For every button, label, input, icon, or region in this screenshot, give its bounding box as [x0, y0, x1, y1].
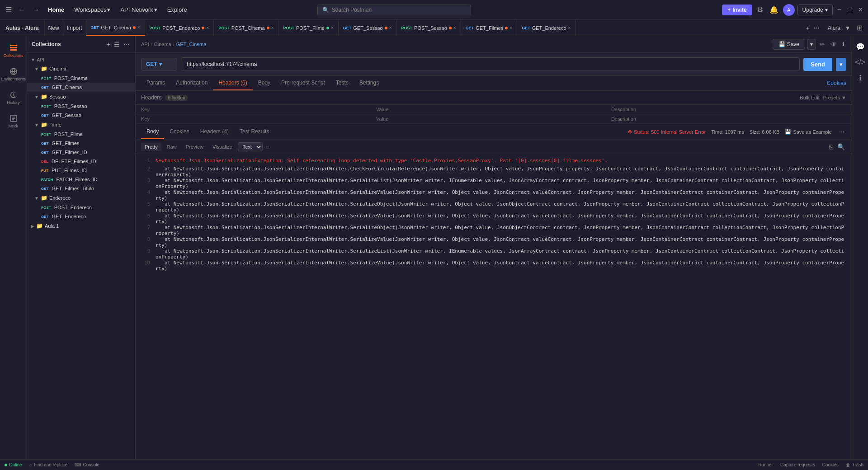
edit-button[interactable]: ✏ [818, 39, 827, 50]
right-panel-comments[interactable]: 💬 [853, 40, 868, 54]
new-button[interactable]: New [45, 20, 63, 36]
request-post-endereco[interactable]: POST POST_Endereco [27, 203, 135, 212]
sidebar-item-environments[interactable]: Environments [2, 63, 25, 85]
runner[interactable]: Runner [758, 462, 773, 467]
tab-get-sessao[interactable]: GET GET_Sessao × [339, 20, 397, 36]
layout-toggle[interactable]: ⊞ [855, 22, 864, 34]
import-button[interactable]: Import [63, 20, 86, 36]
request-patch-filmes-id[interactable]: PATCH PATCH_Filmes_ID [27, 175, 135, 184]
request-delete-filmes-id[interactable]: DEL DELETE_Filmes_ID [27, 157, 135, 166]
minimize-button[interactable]: − [835, 4, 843, 16]
request-post-cinema[interactable]: POST POST_Cinema [27, 74, 135, 83]
format-pretty-button[interactable]: Pretty [141, 143, 161, 151]
tab-settings[interactable]: Settings [354, 76, 384, 90]
tab-headers[interactable]: Headers (6) [213, 76, 252, 90]
upgrade-button[interactable]: Upgrade ▾ [797, 5, 833, 15]
copy-response-button[interactable]: ⎘ [828, 142, 834, 152]
bulk-edit-button[interactable]: Bulk Edit [800, 95, 819, 100]
header-key-input[interactable] [141, 116, 376, 122]
status-online[interactable]: Online [5, 462, 22, 467]
request-get-filmes[interactable]: GET GET_Filmes [27, 139, 135, 148]
method-select[interactable]: GET ▾ [141, 58, 177, 70]
settings-button[interactable]: ⚙ [755, 4, 765, 16]
resp-tab-body[interactable]: Body [141, 125, 164, 139]
url-input[interactable] [181, 57, 800, 71]
format-raw-button[interactable]: Raw [163, 143, 180, 151]
cookies-status[interactable]: Cookies [822, 462, 839, 467]
text-format-select[interactable]: Text [238, 142, 263, 151]
more-tabs-button[interactable]: ⋯ [812, 24, 821, 33]
tab-close-icon[interactable]: × [453, 25, 456, 30]
invite-button[interactable]: + Invite [722, 5, 752, 15]
notifications-button[interactable]: 🔔 [768, 4, 780, 16]
request-get-filmes-id[interactable]: GET GET_Filmes_ID [27, 148, 135, 157]
find-replace[interactable]: ⌕ Find and replace [29, 462, 68, 467]
add-collection-button[interactable]: + [106, 40, 111, 49]
save-response-button[interactable]: 💾 Save as Example [785, 129, 832, 135]
wrap-lines-button[interactable]: ≡ [264, 142, 271, 152]
tab-post-cinema[interactable]: POST POST_Cinema × [214, 20, 278, 36]
tab-close-icon[interactable]: × [509, 25, 512, 30]
tab-close-icon[interactable]: × [331, 25, 334, 30]
workspaces-button[interactable]: Workspaces ▾ [71, 5, 114, 15]
add-tab-button[interactable]: + [805, 24, 811, 33]
preview-button[interactable]: 👁 [829, 39, 839, 50]
close-button[interactable]: × [857, 4, 864, 16]
more-options-button[interactable]: ⋯ [837, 127, 846, 137]
tab-tests[interactable]: Tests [330, 76, 354, 90]
header-desc-input[interactable] [611, 116, 846, 122]
tab-post-filme[interactable]: POST POST_Filme × [278, 20, 338, 36]
tab-post-endereco[interactable]: POST POST_Endereco × [145, 20, 214, 36]
tab-close-icon[interactable]: × [271, 25, 274, 30]
tab-close-icon[interactable]: × [137, 25, 140, 30]
tab-get-endereco[interactable]: GET GET_Endereco × [517, 20, 576, 36]
menu-button[interactable]: ☰ [4, 4, 14, 16]
more-options-button[interactable]: ⋯ [123, 40, 131, 49]
presets-button[interactable]: Presets ▼ [823, 95, 846, 100]
sidebar-item-mock[interactable]: Mock [2, 110, 25, 132]
folder-sessao[interactable]: ▼ 📁 Sessao [27, 92, 135, 102]
info-button[interactable]: ℹ [840, 39, 846, 49]
request-get-filmes-titulo[interactable]: GET GET_Filmes_Titulo [27, 184, 135, 193]
search-response-button[interactable]: 🔍 [836, 142, 846, 152]
request-get-cinema[interactable]: GET GET_Cinema [27, 83, 135, 92]
sidebar-item-collections[interactable]: Collections [2, 40, 25, 61]
resp-tab-headers[interactable]: Headers (4) [195, 125, 234, 139]
save-button[interactable]: 💾 Save [773, 39, 805, 50]
request-put-filmes-id[interactable]: PUT PUT_Filmes_ID [27, 166, 135, 175]
api-network-button[interactable]: API Network ▾ [117, 5, 160, 15]
request-post-sessao[interactable]: POST POST_Sessao [27, 102, 135, 111]
tab-params[interactable]: Params [141, 76, 170, 90]
search-bar[interactable]: 🔍 Search Postman [317, 5, 471, 15]
tab-close-icon[interactable]: × [206, 25, 209, 30]
tab-authorization[interactable]: Authorization [170, 76, 213, 90]
resp-tab-test-results[interactable]: Test Results [234, 125, 274, 139]
sidebar-item-history[interactable]: History [2, 87, 25, 108]
filter-collections-button[interactable]: ☰ [113, 40, 121, 49]
send-button[interactable]: Send [803, 58, 832, 71]
account-chevron[interactable]: ▾ [844, 22, 851, 34]
request-get-endereco[interactable]: GET GET_Endereco [27, 212, 135, 221]
request-get-sessao[interactable]: GET GET_Sessao [27, 111, 135, 120]
header-value-input[interactable] [376, 116, 611, 122]
tab-close-icon[interactable]: × [389, 25, 392, 30]
tab-get-filmes[interactable]: GET GET_Filmes × [461, 20, 517, 36]
folder-filme[interactable]: ▼ 📁 Filme [27, 120, 135, 130]
explore-button[interactable]: Explore [164, 5, 191, 15]
tab-close-icon[interactable]: × [568, 25, 571, 30]
resp-tab-cookies[interactable]: Cookies [164, 125, 194, 139]
tab-body[interactable]: Body [253, 76, 276, 90]
console[interactable]: ⌨ Console [75, 462, 99, 467]
format-preview-button[interactable]: Preview [182, 143, 207, 151]
request-post-filme[interactable]: POST POST_Filme [27, 130, 135, 139]
maximize-button[interactable]: □ [846, 4, 854, 16]
tab-post-sessao[interactable]: POST POST_Sessao × [397, 20, 461, 36]
tab-pre-request[interactable]: Pre-request Script [276, 76, 330, 90]
folder-endereco[interactable]: ▼ 📁 Endereco [27, 193, 135, 203]
folder-cinema[interactable]: ▼ 📁 Cinema [27, 64, 135, 74]
send-dropdown-button[interactable]: ▾ [836, 58, 846, 71]
right-panel-code[interactable]: </> [852, 56, 868, 69]
forward-button[interactable]: → [30, 5, 42, 15]
back-button[interactable]: ← [16, 5, 28, 15]
trash[interactable]: 🗑 Trash [846, 462, 863, 467]
